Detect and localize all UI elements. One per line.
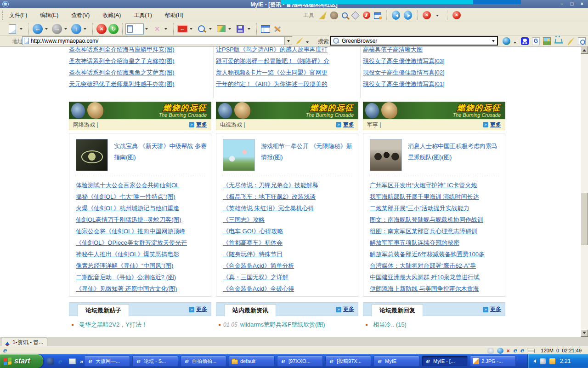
search-dropdown[interactable]	[209, 28, 212, 31]
more-link[interactable]: 更多	[343, 305, 354, 313]
baidu-icon[interactable]	[521, 37, 529, 45]
news-link[interactable]: 《英雄传说 朱红泪》完全暴机心得	[223, 202, 355, 214]
burning-crusade-banner[interactable]: 燃烧的远征 The Burning Crusade	[363, 102, 505, 119]
search-button[interactable]	[196, 23, 208, 35]
search-dropdown-arrow[interactable]	[492, 40, 495, 44]
more-link[interactable]: 更多	[196, 305, 207, 313]
news-link[interactable]: 解放军军事五项队连续夺冠的秘密	[370, 237, 502, 248]
taskbar-task-button[interactable]: [投稿97X...	[325, 356, 371, 367]
featured-thumbnail[interactable]	[370, 139, 402, 171]
news-link[interactable]: 二期配音启动 《寻仙》公测临近? (图)	[76, 271, 208, 283]
menu-item[interactable]: 收藏(A)	[102, 11, 122, 20]
blocked-status-icon[interactable]: ×	[507, 348, 510, 354]
footer-item-link[interactable]: 曼华之黑暗2V2，Y打法！	[79, 321, 147, 329]
news-link[interactable]: 《合金装备Acid》全破心得	[223, 283, 355, 294]
forward-dropdown[interactable]	[64, 28, 67, 31]
news-link[interactable]: 火爆《仙剑OL》杭州城游记与他们重逢	[76, 202, 208, 214]
start-button[interactable]: start	[0, 354, 43, 368]
zoom-tool-icon[interactable]	[342, 12, 348, 18]
stop-button[interactable]: ×	[96, 23, 107, 35]
footer-item-link[interactable]: 相当冷.. (15)	[373, 321, 407, 329]
pen-dropdown[interactable]	[306, 41, 309, 45]
globe-dropdown[interactable]	[514, 42, 516, 45]
news-link[interactable]: 二炮某部开展“三小”活动提升实战能力	[370, 202, 502, 214]
news-link[interactable]: 伊朗添海上新防线 与美国争控霍尔木兹海	[370, 283, 502, 294]
popup-blocker-icon[interactable]	[374, 12, 381, 19]
news-link[interactable]: 《极品飞车：地下狂飙2》改装浅谈	[223, 191, 355, 202]
news-link[interactable]: 圣衣神话系列全介绍海马座鳞甲拜安(图)	[69, 46, 211, 55]
dart-tool-icon[interactable]	[319, 12, 327, 19]
content-filter-button[interactable]: ×	[151, 23, 163, 35]
up-button[interactable]: ↑	[70, 23, 82, 35]
tools-button[interactable]	[271, 23, 283, 35]
featured-title-link[interactable]: 消息人士称中国正积极考虑向索马里派舰队(图)(图)	[408, 139, 501, 174]
news-link[interactable]: 千年的约定！《AIR》为你讲述一段凄美的	[216, 78, 358, 90]
toolbar-grip[interactable]	[2, 11, 3, 20]
scroll-up-button[interactable]	[581, 46, 588, 54]
google-icon[interactable]: G	[532, 37, 540, 45]
featured-title-link[interactable]: 实战宝典 《新天骄》中级帮战 参赛指南(图)	[114, 139, 207, 174]
close-tab-button[interactable]: ×	[423, 11, 431, 19]
menu-item[interactable]: 查看(V)	[70, 11, 90, 20]
taskbar-task-button[interactable]: MyIE - [...	[422, 356, 468, 367]
show-desktop-icon[interactable]	[69, 358, 76, 364]
news-link[interactable]: 天元突破玛优子老师暴乳性感手办赏(图)	[69, 78, 211, 90]
news-link[interactable]: 图文：南海舰队登陆舰与舰载机协同作战训	[370, 214, 502, 225]
new-page-button[interactable]	[6, 23, 18, 35]
scrollbar-thumb[interactable]	[581, 193, 588, 245]
highlight-pen-icon[interactable]	[296, 37, 303, 45]
menu-item[interactable]: 文件(F)	[8, 11, 28, 20]
taskbar-task-button[interactable]: 自拍偷拍...	[181, 356, 226, 367]
news-link[interactable]: 現役女子高生優佳激情写真[03]	[363, 55, 505, 67]
search-engine-value[interactable]: GreenBrowser	[342, 38, 492, 44]
taskbar-task-button[interactable]: [97XXO...	[277, 356, 323, 367]
address-dropdown-button[interactable]	[284, 37, 292, 45]
quick-launch-overflow-chevron[interactable]: »	[80, 358, 83, 365]
browser-tab[interactable]: 1-资讯 - 冒...	[1, 338, 47, 346]
proxy-status-icon[interactable]	[497, 348, 503, 354]
taskbar-task-button[interactable]: MyIE	[373, 356, 419, 367]
tray-collapse-chevron-icon[interactable]	[531, 359, 536, 363]
new-page-dropdown[interactable]	[20, 28, 23, 31]
more-link[interactable]: 更多	[490, 121, 501, 129]
news-link[interactable]: 《三国志》攻略	[223, 214, 355, 225]
vertical-scrollbar[interactable]	[581, 46, 588, 337]
news-link[interactable]: 《真・三国无双》之详解	[223, 271, 355, 283]
capture-dropdown[interactable]	[228, 28, 231, 31]
hand-status-icon[interactable]	[487, 348, 494, 354]
news-link[interactable]: 揭秘《仙剑OL》七大“唯一性特点”(图)	[76, 191, 208, 202]
news-link[interactable]: 解放军总装备部近6年核减装备购置费100多	[370, 248, 502, 260]
news-link[interactable]: 我军海航部队开展千里海训 演练时间长达	[370, 191, 502, 202]
news-link[interactable]: 《电车 GO!》心得攻略	[223, 225, 355, 237]
news-link[interactable]: 广州军区开发出“火炮守护神” IC卡管火炮	[370, 179, 502, 191]
card-tool-icon[interactable]	[351, 11, 359, 19]
news-link[interactable]: 让PSP版《鸟之诗AIR》的感人故事再度打	[216, 46, 358, 55]
url-text[interactable]: http://www.mymaopao.com/	[31, 38, 284, 44]
menu-item[interactable]: 编辑(E)	[39, 11, 59, 20]
panel-toggle-button[interactable]	[260, 23, 271, 35]
featured-thumbnail[interactable]	[76, 139, 108, 171]
search-input[interactable]: GreenBrowser	[330, 36, 498, 46]
save-dropdown[interactable]	[248, 28, 250, 31]
news-link[interactable]: 《随身玩伴》特殊节日	[223, 248, 355, 260]
news-link[interactable]: 组图：南京军区某部官兵心理意志障碍训	[370, 225, 502, 237]
up-dropdown[interactable]	[84, 28, 86, 31]
marker-pen-icon[interactable]	[567, 37, 575, 45]
quick-launch-app-icon[interactable]	[47, 358, 54, 365]
refresh-button[interactable]: ↻	[107, 23, 119, 35]
content-filter-dropdown[interactable]	[164, 28, 167, 31]
forward-button[interactable]: →	[51, 23, 63, 35]
tray-icon[interactable]	[540, 358, 546, 364]
page-style-dropdown[interactable]	[145, 28, 148, 31]
picture-icon[interactable]	[543, 37, 551, 45]
news-link[interactable]: 現役女子高生優佳激情写真[01]	[363, 78, 505, 90]
news-link[interactable]: 圣衣神话系列全介绍魔鬼鱼之艾萨克(图)	[69, 67, 211, 78]
news-link[interactable]: 《无尽传说：刀锋兄弟会》技能解释	[223, 179, 355, 191]
flash-filter-icon[interactable]	[363, 12, 370, 19]
collector-tool-icon[interactable]	[330, 12, 338, 19]
quick-launch-ie-icon[interactable]: e	[58, 358, 65, 365]
taskbar-task-button[interactable]: 大旗网—...	[84, 356, 130, 367]
more-link[interactable]: 更多	[196, 121, 207, 129]
taskbar-task-button[interactable]: 论坛 - S...	[132, 356, 178, 367]
close-all-button[interactable]: ×	[452, 11, 461, 19]
